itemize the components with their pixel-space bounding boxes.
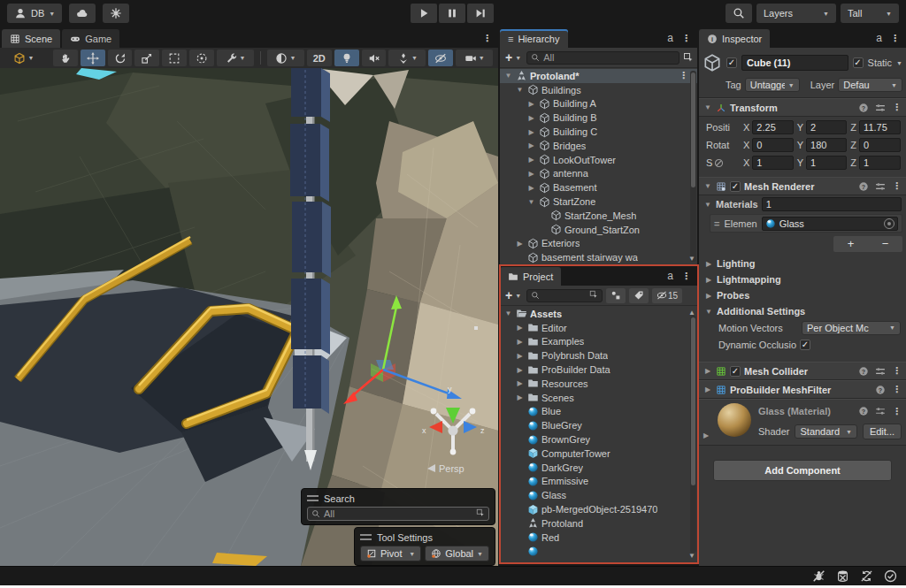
- tree-item-polybrush-data[interactable]: ▶Polybrush Data: [500, 348, 697, 363]
- tab-hierarchy[interactable]: ≡ Hierarchy: [500, 29, 568, 48]
- foldout-closed-icon[interactable]: ▶: [526, 100, 536, 108]
- tree-item-blank[interactable]: [500, 545, 697, 559]
- foldout-closed-icon[interactable]: ▶: [515, 338, 525, 346]
- drag-handle-icon[interactable]: =: [714, 218, 719, 229]
- tree-item-buildings[interactable]: ▼Buildings: [500, 83, 697, 97]
- tree-item-ground-startzon[interactable]: Ground_StartZon: [500, 223, 697, 237]
- position-x-field[interactable]: 2.25: [752, 120, 793, 134]
- mesh-collider-enabled-checkbox[interactable]: [730, 366, 741, 377]
- rotation-z-field[interactable]: 0: [859, 138, 901, 152]
- tag-dropdown[interactable]: Untagge▼: [745, 78, 800, 92]
- tree-item-basement-stairway-wa[interactable]: basement stairway wa: [500, 250, 697, 264]
- scroll-down-icon[interactable]: ▼: [688, 255, 695, 263]
- tree-item-building-b[interactable]: ▶Building B: [500, 111, 697, 125]
- add-element-button[interactable]: +: [833, 236, 868, 252]
- cloud-button[interactable]: [69, 4, 96, 23]
- material-object-field[interactable]: Glass: [762, 217, 898, 231]
- help-icon[interactable]: [858, 366, 869, 377]
- tree-item-lookouttower[interactable]: ▶LookOutTower: [500, 153, 697, 167]
- probuilder-meshfilter-component-header[interactable]: ▶ ProBuilder MeshFilter ⋮: [699, 380, 906, 399]
- static-checkbox[interactable]: [853, 57, 864, 68]
- foldout-open-icon[interactable]: ▼: [515, 86, 525, 94]
- create-object-dropdown[interactable]: +▼: [503, 50, 523, 65]
- tree-item-editor[interactable]: ▶Editor: [500, 321, 697, 335]
- presets-icon[interactable]: [875, 103, 886, 113]
- picker-icon[interactable]: [476, 508, 485, 517]
- tab-scene[interactable]: Scene: [2, 29, 60, 48]
- global-search-button[interactable]: [726, 4, 752, 23]
- additional-settings-foldout[interactable]: ▼Additional Settings: [699, 303, 906, 319]
- foldout-open-icon[interactable]: ▼: [503, 309, 513, 317]
- tree-item-probuilder-data[interactable]: ▶ProBuilder Data: [500, 363, 697, 377]
- drag-handle-icon[interactable]: [307, 495, 319, 501]
- picker-icon[interactable]: [683, 52, 694, 63]
- kebab-menu-icon[interactable]: ⋮: [892, 365, 902, 377]
- object-name-field[interactable]: Cube (11): [741, 55, 848, 71]
- pivot-mode-dropdown[interactable]: Pivot ▼: [360, 546, 421, 561]
- hierarchy-scrollbar[interactable]: [690, 71, 696, 262]
- project-scrollbar[interactable]: [690, 316, 696, 553]
- tree-item-blue[interactable]: Blue: [500, 405, 697, 419]
- help-icon[interactable]: [875, 385, 886, 395]
- effects-dropdown[interactable]: ▼: [388, 50, 426, 66]
- tree-item-antenna[interactable]: ▶antenna: [500, 167, 697, 181]
- shading-mode-dropdown[interactable]: ▼: [267, 50, 304, 66]
- kebab-menu-icon[interactable]: ⋮: [681, 271, 691, 282]
- hand-tool-button[interactable]: [53, 50, 78, 66]
- foldout-closed-icon[interactable]: ▶: [515, 366, 525, 374]
- kebab-menu-icon[interactable]: ⋮: [681, 33, 691, 44]
- edit-shader-button[interactable]: Edit...: [863, 424, 902, 439]
- scale-tool-button[interactable]: [134, 50, 159, 66]
- tree-item-assets[interactable]: ▼Assets: [500, 307, 697, 321]
- help-icon[interactable]: [858, 103, 869, 113]
- hierarchy-search-input[interactable]: All: [526, 51, 680, 65]
- layer-dropdown[interactable]: Defau▼: [838, 78, 902, 92]
- picker-icon[interactable]: [589, 290, 598, 299]
- scroll-up-icon[interactable]: ▲: [688, 309, 695, 317]
- rotate-tool-button[interactable]: [108, 50, 133, 66]
- kebab-menu-icon[interactable]: ⋮: [892, 180, 902, 192]
- help-icon[interactable]: [858, 406, 869, 416]
- position-z-field[interactable]: 11.75: [859, 120, 901, 134]
- kebab-menu-icon[interactable]: ⋮: [892, 102, 902, 113]
- constrain-proportions-icon[interactable]: [714, 158, 724, 168]
- tab-project[interactable]: Project: [500, 267, 561, 286]
- lock-icon[interactable]: a: [876, 32, 882, 44]
- tab-game[interactable]: Game: [62, 29, 119, 48]
- mesh-renderer-component-header[interactable]: ▼ Mesh Renderer ⋮: [699, 177, 906, 195]
- create-asset-dropdown[interactable]: +▼: [503, 288, 523, 302]
- gizmo-visibility-dropdown[interactable]: ▼: [5, 50, 42, 66]
- tree-item-darkgrey[interactable]: DarkGrey: [500, 461, 697, 475]
- active-checkbox[interactable]: [726, 57, 737, 68]
- move-tool-button[interactable]: [81, 50, 105, 66]
- mesh-renderer-enabled-checkbox[interactable]: [730, 181, 741, 192]
- play-button[interactable]: [411, 4, 437, 23]
- tree-item-bridges[interactable]: ▶Bridges: [500, 139, 697, 153]
- sync-disabled-icon[interactable]: [860, 569, 873, 583]
- probes-foldout[interactable]: ▶Probes: [699, 287, 906, 303]
- transform-tool-button[interactable]: [189, 50, 214, 66]
- foldout-closed-icon[interactable]: ▶: [703, 367, 712, 375]
- foldout-open-icon[interactable]: ▼: [703, 201, 712, 209]
- scene-viewport[interactable]: y x z Persp: [0, 68, 498, 566]
- presets-icon[interactable]: [875, 406, 886, 416]
- foldout-closed-icon[interactable]: ▶: [526, 184, 536, 192]
- scale-y-field[interactable]: 1: [806, 156, 847, 170]
- tab-inspector[interactable]: Inspector: [699, 29, 770, 48]
- foldout-closed-icon[interactable]: ▶: [515, 352, 525, 360]
- lighting-toggle-button[interactable]: [334, 50, 359, 66]
- camera-settings-dropdown[interactable]: ▼: [456, 50, 493, 66]
- presets-icon[interactable]: [875, 366, 886, 377]
- project-search-input[interactable]: [526, 289, 603, 302]
- tree-item-protoland[interactable]: Protoland: [500, 516, 697, 531]
- foldout-closed-icon[interactable]: ▶: [526, 170, 536, 178]
- scroll-down-icon[interactable]: ▼: [688, 552, 695, 560]
- position-y-field[interactable]: 2: [806, 120, 847, 134]
- foldout-open-icon[interactable]: ▼: [703, 182, 712, 190]
- tree-item-startzone[interactable]: ▼StartZone: [500, 195, 697, 209]
- audio-toggle-button[interactable]: [362, 50, 387, 66]
- tree-item-examples[interactable]: ▶Examples: [500, 335, 697, 349]
- tree-item-bluegrey[interactable]: BlueGrey: [500, 418, 697, 432]
- tree-item-basement[interactable]: ▶Basement: [500, 180, 697, 195]
- gameobject-cube-icon[interactable]: [703, 53, 722, 73]
